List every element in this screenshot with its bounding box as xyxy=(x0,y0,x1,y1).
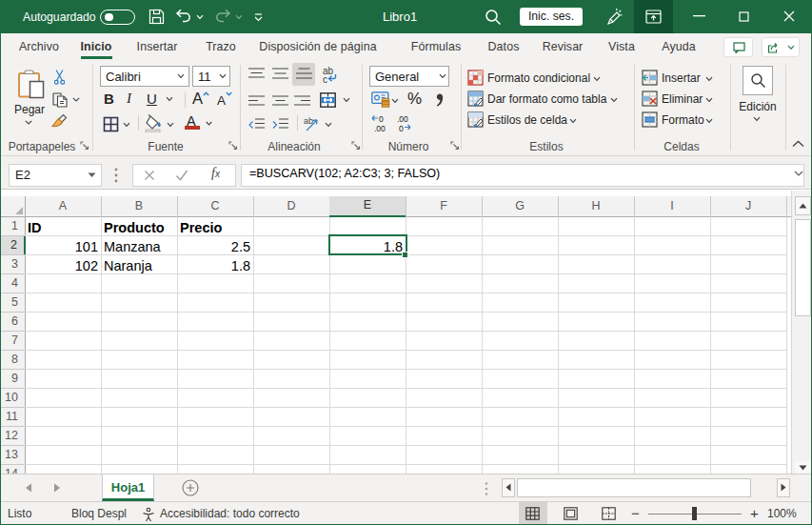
svg-text:c: c xyxy=(323,74,327,84)
svg-text:0: 0 xyxy=(399,124,404,133)
svg-text:.00: .00 xyxy=(374,124,386,133)
svg-text:.00: .00 xyxy=(397,114,408,124)
svg-text:ab: ab xyxy=(304,116,313,126)
svg-text:0: 0 xyxy=(379,114,384,124)
